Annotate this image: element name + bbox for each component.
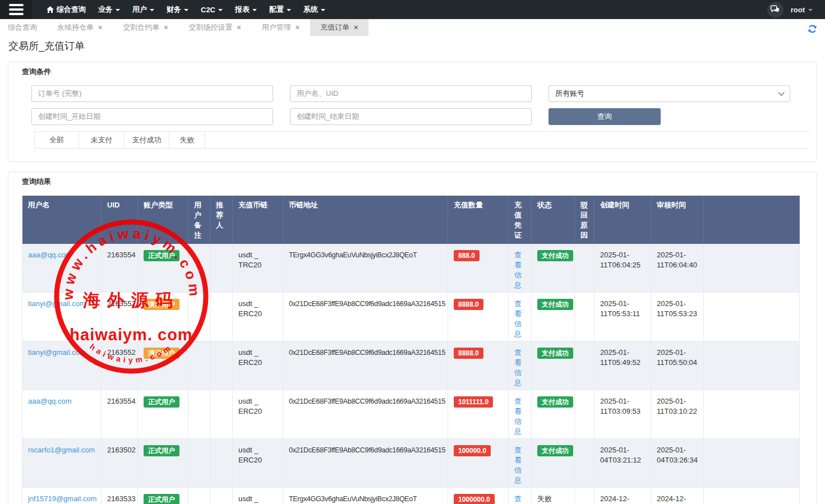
search-button[interactable]: 查询 (549, 108, 661, 125)
cell-username: tianyi@gmail.com (22, 341, 102, 390)
username-uid-input[interactable]: 用户名、UID (290, 85, 532, 102)
chat-button[interactable] (767, 2, 783, 18)
username-link[interactable]: aaa@qq.com (28, 251, 72, 259)
cell-user-note (188, 439, 210, 488)
cell-empty (704, 390, 800, 439)
column-header: 充值凭证 (509, 196, 532, 244)
account-type-badge: 正式用户 (144, 445, 179, 456)
column-header: UID (102, 196, 138, 244)
cell-referrer (210, 390, 233, 439)
nav-item[interactable]: C2C (201, 6, 223, 14)
caret-down-icon (321, 9, 325, 11)
tab-strip: 综合查询永续持仓单✕交割合约单✕交割场控设置✕用户管理✕充值订单✕ (0, 19, 825, 36)
nav-item-label: 系统 (303, 4, 318, 15)
refresh-icon[interactable] (808, 24, 817, 34)
account-select[interactable]: 所有账号 (549, 85, 790, 102)
account-type-badge: 正式用户 (144, 396, 179, 408)
view-info-link[interactable]: 查看信息 (514, 299, 522, 339)
results-panel: 查询结果 用户名UID账户类型用户备注推荐人充值币链币链地址充值数量充值凭证状态… (8, 172, 817, 504)
nav-item[interactable]: 系统 (303, 4, 325, 15)
start-date-input[interactable]: 创建时间_开始日期 (31, 108, 273, 125)
amount-badge: 1011111.0 (454, 396, 493, 408)
cell-chain: usdt _ ERC20 (233, 439, 283, 488)
status-tab-支付成功[interactable]: 支付成功 (124, 131, 169, 149)
username-link[interactable]: tianyi@gmail.com (28, 299, 86, 308)
user-menu[interactable]: root (791, 6, 813, 14)
cell-account-type: 正式用户 (138, 488, 188, 504)
cell-uid: 2163533 (102, 488, 138, 504)
cell-status: 支付成功 (532, 244, 575, 293)
cell-username: rscarfo1@gmail.com (22, 439, 102, 488)
nav-item[interactable]: 财务 (167, 4, 188, 15)
table-row: tianyi@gmail.com2163552演示用户usdt _ ERC200… (22, 341, 800, 390)
view-info-link[interactable]: 查看信息 (514, 348, 522, 388)
cell-username: jnf15719@gmail.com (22, 488, 102, 504)
tab-用户管理[interactable]: 用户管理✕ (252, 19, 310, 36)
cell-created: 2024-12-19T00:18:29 (594, 488, 651, 504)
status-tab-未支付[interactable]: 未支付 (79, 131, 124, 149)
cell-voucher: 查看信息 (509, 244, 532, 293)
username-link[interactable]: tianyi@gmail.com (28, 348, 86, 357)
end-date-input[interactable]: 创建时间_结束日期 (290, 108, 532, 125)
cell-chain: usdt _ ERC20 (233, 390, 283, 439)
nav-item-label: 配置 (269, 4, 284, 15)
column-header: 创建时间 (594, 196, 651, 244)
cell-reject-reason (575, 439, 594, 488)
amount-badge: 888.0 (454, 250, 480, 261)
tab-永续持仓单[interactable]: 永续持仓单✕ (47, 19, 113, 36)
cell-status: 失败 (532, 488, 575, 504)
close-tab-icon[interactable]: ✕ (353, 19, 358, 36)
close-tab-icon[interactable]: ✕ (236, 19, 241, 36)
cell-status: 支付成功 (532, 293, 575, 341)
close-tab-icon[interactable]: ✕ (295, 19, 300, 36)
table-row: aaa@qq.com2163554正式用户usdt _ TRC20TErgx4G… (22, 244, 800, 293)
view-info-link[interactable]: 查看信息 (514, 396, 522, 437)
cell-empty (704, 439, 800, 488)
cell-account-type: 正式用户 (138, 390, 188, 439)
column-header: 充值币链 (233, 196, 283, 244)
cell-voucher: 查看信息 (509, 439, 532, 488)
cell-address: 0x21DcE68F3ffE9Ab8CC9f6d9adc1669aA321645… (283, 341, 448, 390)
cell-chain: usdt _ ERC20 (233, 341, 283, 390)
account-type-badge: 演示用户 (144, 348, 179, 359)
top-navbar: 综合查询业务用户财务C2C报表配置系统 root (0, 0, 825, 19)
status-tab-全部[interactable]: 全部 (34, 131, 79, 149)
nav-item[interactable]: 综合查询 (47, 4, 86, 15)
cell-voucher: 查看信息 (509, 293, 532, 341)
nav-item[interactable]: 配置 (269, 4, 291, 15)
order-number-input[interactable]: 订单号 (完整) (31, 85, 273, 102)
tab-充值订单[interactable]: 充值订单✕ (310, 19, 368, 36)
username-link[interactable]: aaa@qq.com (28, 397, 72, 405)
chevron-down-icon (808, 9, 813, 11)
nav-item[interactable]: 业务 (98, 4, 120, 15)
username-label: root (791, 6, 805, 14)
cell-voucher: 查看信息 (509, 390, 532, 439)
username-link[interactable]: rscarfo1@gmail.com (28, 446, 95, 454)
nav-item[interactable]: 报表 (235, 4, 257, 15)
close-tab-icon[interactable]: ✕ (163, 19, 168, 36)
cell-uid: 2163554 (102, 390, 138, 439)
status-tab-失败[interactable]: 失败 (169, 131, 205, 149)
hamburger-menu-icon[interactable] (0, 0, 32, 19)
cell-username: aaa@qq.com (22, 390, 102, 439)
cell-audited: 2025-01-04T03:26:34 (651, 439, 704, 488)
cell-reject-reason (575, 341, 594, 390)
cell-reject-reason (575, 390, 594, 439)
amount-badge: 8888.0 (454, 299, 483, 310)
caret-down-icon (287, 9, 291, 11)
username-link[interactable]: jnf15719@gmail.com (28, 494, 96, 503)
view-info-link[interactable]: 查看信息 (514, 250, 522, 290)
tab-综合查询[interactable]: 综合查询 (8, 19, 47, 36)
cell-amount: 100000.0 (448, 439, 509, 488)
cell-referrer (210, 439, 233, 488)
cell-chain: usdt _ ERC20 (233, 293, 283, 341)
nav-item[interactable]: 用户 (132, 4, 154, 15)
tab-交割场控设置[interactable]: 交割场控设置✕ (178, 19, 251, 36)
close-tab-icon[interactable]: ✕ (98, 19, 103, 36)
view-info-link[interactable]: 查看信息 (514, 445, 522, 485)
nav-item-label: 财务 (167, 4, 181, 15)
column-header: 用户备注 (188, 196, 210, 244)
tab-交割合约单[interactable]: 交割合约单✕ (113, 19, 178, 36)
view-info-link[interactable]: 查看信息 (514, 494, 522, 504)
column-header: 账户类型 (138, 196, 188, 244)
